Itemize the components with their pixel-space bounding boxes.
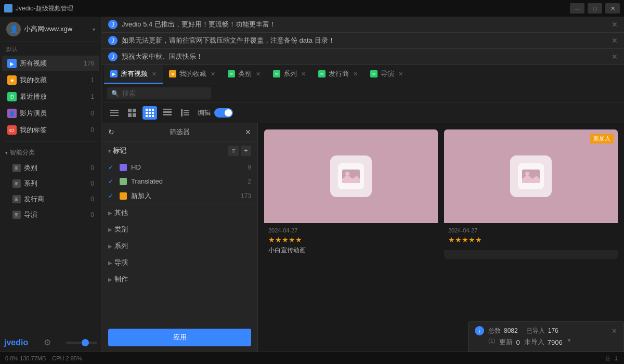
status-popup-header: i 总数 8082 已导入 176 ✕ [475, 326, 617, 335]
filter-header: ↻ 筛选器 ✕ [102, 123, 257, 141]
notification-3: J 预祝大家中秋、国庆快乐！ ✕ [102, 49, 624, 65]
screenshot-icon[interactable]: ⎘ [606, 355, 609, 362]
chevron-right-icon: ▶ [108, 210, 112, 216]
svg-rect-6 [133, 113, 136, 117]
filter-other-producer[interactable]: ▶ 制作 [102, 271, 257, 288]
sidebar-item-actors[interactable]: 👤 影片演员 0 [2, 106, 99, 121]
view-list-button[interactable] [107, 106, 122, 120]
sidebar-smart-count: 0 [90, 164, 94, 172]
sidebar-item-favorites[interactable]: ★ 我的收藏 1 [2, 72, 99, 88]
checkbox-translated[interactable]: ✓ [108, 178, 115, 185]
filter-section-tags-header[interactable]: ▾ 标记 ≡ + [102, 141, 257, 160]
filter-other-category[interactable]: ▶ 类别 [102, 221, 257, 238]
tab-close-button[interactable]: ✕ [301, 71, 306, 77]
status-total-value: 8082 [504, 327, 518, 334]
checkbox-hd[interactable]: ✓ [108, 164, 115, 171]
chevron-down-icon[interactable]: ▾ [93, 27, 95, 32]
status-unimported-label: 未导入 [524, 337, 544, 347]
sidebar-item-label: 影片演员 [20, 109, 87, 118]
filter-close-button[interactable]: ✕ [245, 128, 251, 136]
tab-close-button[interactable]: ✕ [152, 71, 157, 77]
filter-other-other[interactable]: ▶ 其他 [102, 204, 257, 221]
video-thumbnail-2: 新加入 [444, 129, 618, 223]
tab-director[interactable]: ✏ 导演 ✕ [364, 65, 409, 84]
video-stars-1: ★★★★★ [268, 236, 434, 244]
svg-rect-4 [133, 109, 136, 112]
notification-close-button[interactable]: ✕ [612, 20, 618, 29]
sidebar-item-publisher[interactable]: ⊞ 发行商 0 [2, 192, 99, 206]
tag-name-hd: HD [131, 163, 243, 171]
notification-2: J 如果无法更新，请前往官网下载压缩文件并覆盖，注意备份 data 目录！ ✕ [102, 33, 624, 49]
minimize-button[interactable]: — [570, 3, 584, 14]
tab-category[interactable]: ✏ 类别 ✕ [222, 65, 267, 84]
tab-close-button[interactable]: ✕ [211, 71, 215, 77]
list-view-icon [110, 109, 119, 117]
chevron-right-icon: ▶ [108, 260, 112, 266]
refresh-icon[interactable]: ↻ [108, 128, 114, 136]
tab-close-button[interactable]: ✕ [353, 71, 358, 77]
memory-stat: 0.8% 130.77MB [5, 355, 46, 361]
filter-add-button[interactable]: + [241, 146, 251, 156]
notification-close-button[interactable]: ✕ [612, 36, 618, 45]
smart-section-header[interactable]: ▾ 智能分类 [0, 145, 101, 160]
filter-panel: ↻ 筛选器 ✕ ▾ 标记 ≡ + ✓ [102, 123, 258, 352]
tab-close-button[interactable]: ✕ [398, 71, 403, 77]
tab-close-button[interactable]: ✕ [256, 71, 261, 77]
bottom-bar: 0.8% 130.77MB CPU 2.95% ⎘ ⤓ [0, 352, 624, 364]
checkbox-new[interactable]: ✓ [108, 192, 115, 200]
filter-tags-section: ▾ 标记 ≡ + ✓ HD 9 ✓ [102, 141, 257, 204]
table-view-icon [163, 109, 172, 117]
volume-slider[interactable] [66, 342, 97, 344]
svg-rect-12 [152, 112, 154, 114]
svg-rect-13 [146, 115, 148, 117]
expand-icon[interactable]: ▼ [567, 337, 572, 347]
svg-rect-7 [146, 109, 148, 111]
window-controls[interactable]: — □ ✕ [570, 3, 620, 14]
sidebar-item-my-tags[interactable]: 🏷 我的标签 0 [2, 122, 99, 138]
filter-other-director[interactable]: ▶ 导演 [102, 254, 257, 271]
sidebar-smart-label: 类别 [24, 163, 87, 173]
maximize-button[interactable]: □ [588, 3, 602, 14]
notification-close-button[interactable]: ✕ [612, 53, 618, 61]
clock-icon: ⏱ [7, 92, 17, 101]
tab-label: 所有视频 [121, 69, 148, 79]
sidebar-item-director[interactable]: ⊞ 导演 0 [2, 207, 99, 222]
svg-rect-3 [128, 109, 132, 112]
view-table-button[interactable] [160, 106, 175, 120]
download-icon[interactable]: ⤓ [614, 355, 619, 362]
sidebar-item-series[interactable]: ⊞ 系列 0 [2, 176, 99, 191]
view-grid-button[interactable] [125, 106, 139, 120]
tab-all-videos[interactable]: ▶ 所有视频 ✕ [104, 65, 163, 84]
apply-button[interactable]: 应用 [108, 329, 251, 346]
edit-toggle[interactable] [214, 108, 233, 118]
video-card-2[interactable]: 新加入 2024-04-27 ★★★★★ [444, 129, 618, 259]
status-close-button[interactable]: ✕ [612, 327, 617, 335]
svg-rect-10 [146, 112, 148, 114]
tab-series[interactable]: ✏ 系列 ✕ [267, 65, 312, 84]
view-detail-button[interactable] [178, 106, 192, 120]
settings-icon[interactable]: ⚙ [44, 337, 51, 347]
search-input[interactable] [122, 89, 207, 97]
video-card-1[interactable]: 2024-04-27 ★★★★★ 小白宣传动画 [264, 129, 438, 259]
status-imported-label: 已导入 [526, 327, 545, 335]
close-button[interactable]: ✕ [605, 3, 620, 14]
svg-rect-21 [184, 112, 189, 113]
sidebar-divider [4, 141, 97, 142]
pencil-tab-icon: ✏ [318, 70, 326, 77]
filter-list-icon[interactable]: ≡ [228, 146, 239, 156]
tab-favorites[interactable]: ★ 我的收藏 ✕ [163, 65, 222, 84]
svg-rect-22 [184, 114, 189, 115]
sidebar-item-category[interactable]: ⊞ 类别 0 [2, 161, 99, 175]
view-image-button[interactable] [142, 106, 157, 120]
sidebar-item-all-videos[interactable]: ▶ 所有视频 176 [2, 56, 99, 71]
svg-rect-11 [149, 112, 151, 114]
tab-publisher[interactable]: ✏ 发行商 ✕ [312, 65, 364, 84]
svg-rect-0 [110, 110, 119, 111]
filter-other-series[interactable]: ▶ 系列 [102, 238, 257, 254]
video-info-1: 2024-04-27 ★★★★★ 小白宣传动画 [264, 223, 438, 259]
search-input-wrap[interactable]: 🔍 [107, 87, 211, 99]
content-body: ↻ 筛选器 ✕ ▾ 标记 ≡ + ✓ [102, 123, 624, 352]
search-bar: 🔍 [102, 84, 624, 103]
pencil-tab-icon: ✏ [273, 70, 280, 77]
sidebar-item-recent[interactable]: ⏱ 最近播放 1 [2, 89, 99, 105]
